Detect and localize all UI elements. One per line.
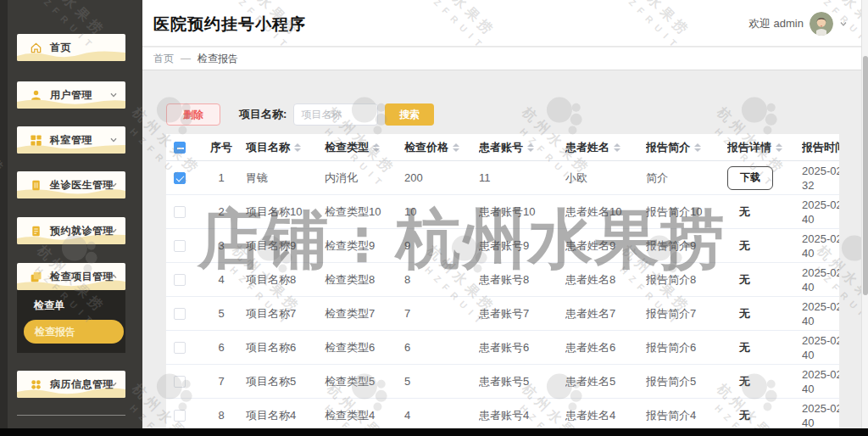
sidebar-divider: [17, 415, 125, 416]
user-menu[interactable]: 欢迎 admin: [748, 0, 848, 47]
column-header-seq[interactable]: 序号: [197, 140, 246, 155]
sidebar-item-medical-records[interactable]: 病历信息管理: [17, 371, 125, 398]
sort-icon[interactable]: [453, 143, 459, 152]
breadcrumb-separator: —: [181, 53, 191, 64]
row-checkbox[interactable]: [174, 342, 186, 354]
column-header-name[interactable]: 项目名称: [246, 140, 325, 155]
column-header-price[interactable]: 检查价格: [404, 140, 479, 155]
select-all-checkbox[interactable]: [174, 142, 186, 154]
sidebar-item-label: 检查项目管理: [50, 270, 114, 284]
sidebar-item-users[interactable]: 用户管理: [17, 81, 125, 109]
sidebar-item-label: 坐诊医生管理: [50, 178, 114, 193]
welcome-text: 欢迎 admin: [748, 16, 804, 31]
column-header-brief[interactable]: 报告简介: [646, 140, 727, 155]
row-checkbox[interactable]: [174, 206, 186, 218]
clipboard-icon: [30, 225, 42, 238]
sort-icon[interactable]: [776, 143, 782, 152]
user-icon: [30, 89, 42, 102]
search-button[interactable]: 搜索: [385, 103, 434, 126]
table-row: 5 项目名称7 检查类型7 7 患者账号7 患者姓名7 报告简介7 无 2025…: [166, 297, 839, 331]
chevron-down-icon: [109, 380, 118, 388]
download-button[interactable]: 下载: [727, 166, 773, 190]
column-header-patient[interactable]: 患者姓名: [565, 140, 646, 155]
chevron-up-icon: [109, 272, 118, 281]
sort-icon[interactable]: [614, 143, 620, 152]
bottom-bar: [0, 428, 868, 436]
dots-icon: [30, 378, 42, 391]
sort-icon[interactable]: [373, 143, 380, 152]
filter-label: 项目名称:: [239, 107, 287, 122]
grid-icon: [30, 134, 42, 147]
no-report-text: 无: [739, 408, 750, 423]
chevron-down-icon: [109, 91, 118, 99]
sort-icon[interactable]: [294, 143, 301, 152]
sort-icon[interactable]: [527, 143, 534, 152]
vertical-scrollbar[interactable]: [861, 0, 868, 428]
column-header-detail[interactable]: 报告详情: [727, 140, 802, 155]
row-checkbox[interactable]: [174, 172, 186, 184]
no-report-text: 无: [739, 306, 750, 321]
scrollbar-thumb[interactable]: [863, 56, 868, 295]
no-report-text: 无: [739, 374, 750, 389]
row-checkbox[interactable]: [174, 308, 186, 320]
table-row: 3 项目名称9 检查类型9 9 患者账号9 患者姓名9 报告简介9 无 2025…: [166, 229, 839, 263]
breadcrumb: 首页 — 检查报告: [142, 48, 868, 70]
table-row: 7 项目名称5 检查类型5 5 患者账号5 患者姓名5 报告简介5 无 2025…: [166, 365, 839, 399]
sidebar-item-label: 用户管理: [50, 88, 92, 103]
data-table: 序号 项目名称 检查类型 检查价格 患者账号 患者姓名 报告简介 报告详情 报告…: [166, 134, 839, 428]
folder-copy-icon: [30, 271, 42, 283]
header: 医院预约挂号小程序 欢迎 admin: [142, 0, 868, 47]
sidebar-item-label: 预约就诊管理: [50, 224, 114, 238]
table-header-row: 序号 项目名称 检查类型 检查价格 患者账号 患者姓名 报告简介 报告详情 报告…: [166, 134, 839, 161]
no-report-text: 无: [739, 272, 750, 288]
door-icon: [30, 179, 42, 192]
avatar[interactable]: [810, 12, 833, 36]
submenu-item-exam-order[interactable]: 检查单: [34, 299, 64, 313]
table-row: 2 项目名称10 检查类型10 10 患者账号10 患者姓名10 报告简介10 …: [166, 195, 839, 229]
table-row: 8 项目名称4 检查类型4 4 患者账号4 患者姓名4 报告简介4 无 2025…: [166, 399, 839, 428]
sidebar-item-departments[interactable]: 科室管理: [17, 126, 125, 154]
sidebar-item-label: 首页: [50, 41, 71, 55]
sidebar: 首页 用户管理 科室管理 坐诊医生管理 预约就诊管理 检查项目管理 检查单 检查…: [0, 0, 142, 428]
exam-projects-submenu: 检查单 检查报告: [17, 290, 125, 353]
column-header-time[interactable]: 报告时间: [802, 140, 839, 155]
chevron-down-icon: [109, 226, 118, 235]
breadcrumb-home[interactable]: 首页: [153, 52, 174, 66]
table-row: 4 项目名称8 检查类型8 8 患者账号8 患者姓名8 报告简介8 无 2025…: [166, 263, 839, 297]
no-report-text: 无: [739, 340, 750, 355]
row-checkbox[interactable]: [174, 410, 186, 422]
sidebar-item-doctors[interactable]: 坐诊医生管理: [17, 171, 125, 198]
row-checkbox[interactable]: [174, 274, 186, 286]
row-checkbox[interactable]: [174, 376, 186, 388]
sidebar-item-label: 科室管理: [50, 133, 92, 148]
project-name-input[interactable]: [293, 103, 378, 126]
sidebar-item-home[interactable]: 首页: [17, 34, 125, 61]
sidebar-item-label: 病历信息管理: [50, 377, 114, 392]
sidebar-item-appointments[interactable]: 预约就诊管理: [17, 217, 125, 244]
no-report-text: 无: [739, 238, 750, 254]
chevron-down-icon: [109, 136, 118, 144]
breadcrumb-current: 检查报告: [198, 52, 238, 66]
home-icon: [30, 42, 42, 54]
no-report-text: 无: [739, 204, 750, 220]
page-title: 医院预约挂号小程序: [153, 14, 306, 36]
table-row: 6 项目名称6 检查类型6 6 患者账号6 患者姓名6 报告简介6 无 2025…: [166, 331, 839, 365]
row-checkbox[interactable]: [174, 240, 186, 252]
toolbar: 删除 项目名称: 搜索: [166, 103, 434, 126]
column-header-type[interactable]: 检查类型: [325, 140, 404, 155]
main-content: 删除 项目名称: 搜索 序号 项目名称 检查类型 检查价格 患者账号 患者姓名 …: [142, 70, 868, 428]
sort-icon[interactable]: [694, 143, 701, 152]
chevron-down-icon: [109, 181, 118, 189]
column-header-account[interactable]: 患者账号: [479, 140, 565, 155]
sidebar-item-exam-projects[interactable]: 检查项目管理: [17, 263, 125, 290]
submenu-item-exam-report-active[interactable]: 检查报告: [24, 320, 124, 344]
delete-button[interactable]: 删除: [166, 103, 220, 126]
chevron-down-icon: [839, 16, 848, 31]
table-row: 1 胃镜 内消化 200 11 小欧 简介 下载 2025-0232: [166, 161, 839, 195]
